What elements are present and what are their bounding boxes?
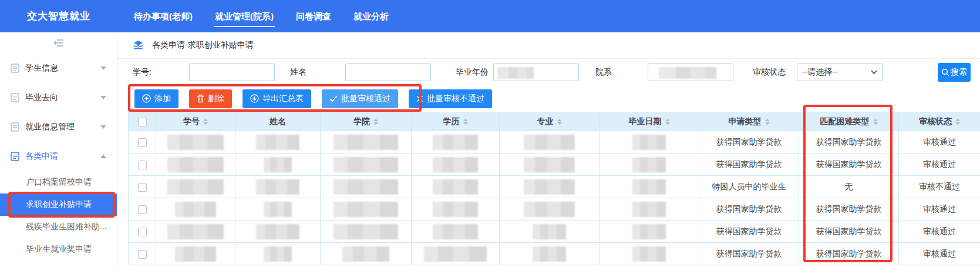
- sidebar-item-label: 各类申请: [25, 151, 58, 162]
- row-select-checkbox[interactable]: [138, 161, 147, 169]
- redacted-cell: [632, 179, 666, 195]
- sort-icon[interactable]: [557, 119, 562, 125]
- redacted-cell: [632, 135, 666, 150]
- apply-type-cell: 获得国家助学贷款: [699, 221, 799, 243]
- filter-bar: 学号: 姓名 毕业年份 院系 审核状态 --请选择-- 搜索: [117, 59, 980, 85]
- apply-type-cell: 获得国家助学贷款: [699, 131, 799, 153]
- redacted-cell: [342, 246, 389, 262]
- search-button[interactable]: 搜索: [938, 63, 971, 82]
- redacted-cell: [524, 157, 575, 172]
- table-row: 特困人员中的毕业生 无 审核不通过: [129, 176, 980, 198]
- grad-year-input[interactable]: [493, 64, 579, 81]
- audit-status-cell: 审核不通过: [899, 176, 980, 198]
- batch-approve-button[interactable]: 批量审核通过: [322, 89, 398, 108]
- sidebar-item-graduation-destination[interactable]: 毕业去向: [0, 83, 117, 112]
- col-college[interactable]: 学院: [321, 112, 412, 131]
- row-select-checkbox[interactable]: [138, 205, 147, 214]
- page-title: 各类申请-求职创业补贴申请: [152, 40, 254, 51]
- chevron-down-icon: [100, 66, 106, 70]
- document-icon: [11, 93, 19, 102]
- applications-table-container: 学号 姓名 学院 学历 专业 毕业日期 申请类型 匹配困难类型 审核状态: [128, 112, 980, 265]
- batch-reject-button[interactable]: 批量审核不通过: [409, 89, 492, 108]
- document-icon: [11, 122, 19, 132]
- difficulty-type-cell: 获得国家助学贷款: [799, 221, 899, 243]
- row-select-checkbox[interactable]: [138, 228, 147, 236]
- document-icon: [11, 64, 19, 73]
- redacted-cell: [334, 157, 399, 172]
- sidebar-subitem-hukou-archive-application[interactable]: 户口档案留校申请: [0, 171, 117, 193]
- delete-button-label: 删除: [208, 94, 224, 104]
- col-apply-type[interactable]: 申请类型: [699, 112, 799, 131]
- name-input[interactable]: [345, 64, 431, 81]
- col-difficulty-type[interactable]: 匹配困难类型: [799, 112, 899, 131]
- difficulty-type-cell: 获得国家助学贷款: [799, 131, 899, 153]
- department-input[interactable]: [648, 64, 733, 81]
- sidebar-item-label: 学生信息: [25, 63, 58, 74]
- select-all-checkbox[interactable]: [138, 118, 147, 126]
- sidebar-subitem-disabled-graduate-subsidy[interactable]: 残疾毕业生困难补助...: [0, 216, 117, 238]
- redacted-cell: [433, 224, 478, 239]
- redacted-cell: [433, 135, 478, 150]
- col-major[interactable]: 专业: [500, 112, 600, 131]
- sidebar-item-employment-info-management[interactable]: 就业信息管理: [0, 112, 117, 142]
- student-id-input[interactable]: [189, 64, 275, 81]
- redacted-cell: [533, 246, 566, 262]
- redacted-cell: [334, 202, 399, 217]
- row-select-checkbox[interactable]: [138, 250, 147, 259]
- tab-questionnaire[interactable]: 问卷调查: [288, 0, 339, 32]
- col-audit-status[interactable]: 审核状态: [899, 112, 980, 131]
- sidebar-subitem-job-subsidy-application[interactable]: 求职创业补贴申请: [0, 193, 117, 216]
- sort-icon[interactable]: [873, 119, 878, 125]
- audit-status-select[interactable]: --请选择--: [797, 64, 883, 81]
- collapse-sidebar-button[interactable]: [0, 32, 117, 54]
- export-summary-button[interactable]: 导出汇总表: [243, 89, 311, 108]
- col-degree[interactable]: 学历: [412, 112, 500, 131]
- apply-type-cell: 获得国家助学贷款: [699, 153, 799, 176]
- row-select-checkbox[interactable]: [138, 183, 147, 192]
- redacted-cell: [167, 224, 224, 239]
- redacted-cell: [256, 224, 300, 239]
- download-circle-icon: [250, 94, 259, 103]
- chevron-down-icon: [100, 96, 106, 99]
- redacted-cell: [632, 157, 666, 172]
- apply-type-cell: 获得国家助学贷款: [699, 198, 799, 221]
- col-grad-date[interactable]: 毕业日期: [600, 112, 699, 131]
- tab-employment-analysis[interactable]: 就业分析: [345, 0, 397, 32]
- sort-icon[interactable]: [955, 119, 960, 125]
- audit-status-cell: 审核通过: [899, 198, 980, 221]
- sidebar-subitem-graduate-employment-award[interactable]: 毕业生就业奖申请: [0, 238, 117, 261]
- name-label: 姓名: [290, 67, 307, 78]
- grad-year-label: 毕业年份: [456, 67, 489, 78]
- select-value: --请选择--: [802, 67, 838, 78]
- sort-icon[interactable]: [373, 119, 378, 125]
- table-header-row: 学号 姓名 学院 学历 专业 毕业日期 申请类型 匹配困难类型 审核状态: [129, 112, 980, 131]
- table-row: 获得国家助学贷款 获得国家助学贷款 审核通过: [129, 198, 980, 221]
- table-row: 获得国家助学贷款 获得国家助学贷款 审核通过: [129, 221, 980, 243]
- search-button-label: 搜索: [951, 67, 967, 78]
- export-button-label: 导出汇总表: [262, 94, 304, 104]
- trash-icon: [197, 94, 204, 103]
- audit-status-cell: 审核通过: [899, 131, 980, 153]
- col-student-id[interactable]: 学号: [156, 112, 235, 131]
- app-title: 交大智慧就业: [0, 9, 117, 23]
- document-icon: [11, 152, 19, 161]
- redacted-cell: [433, 157, 478, 172]
- audit-status-cell: 审核通过: [899, 221, 980, 243]
- tab-employment-management[interactable]: 就业管理(院系): [207, 0, 282, 32]
- sort-icon[interactable]: [463, 119, 468, 125]
- delete-button[interactable]: 删除: [189, 89, 232, 108]
- sort-icon[interactable]: [665, 119, 670, 125]
- sort-icon[interactable]: [203, 119, 208, 125]
- add-button[interactable]: 添加: [134, 89, 179, 108]
- sidebar-item-applications[interactable]: 各类申请: [0, 142, 117, 171]
- row-select-checkbox[interactable]: [138, 138, 147, 147]
- plus-circle-icon: [142, 94, 151, 103]
- redacted-cell: [524, 179, 575, 195]
- redacted-cell: [632, 246, 666, 262]
- chevron-up-icon: [100, 155, 106, 158]
- redacted-cell: [524, 135, 575, 150]
- redacted-cell: [167, 157, 224, 172]
- tab-todo-teacher[interactable]: 待办事项(老师): [126, 0, 201, 32]
- sidebar-item-student-info[interactable]: 学生信息: [0, 54, 117, 83]
- sort-icon[interactable]: [765, 119, 770, 125]
